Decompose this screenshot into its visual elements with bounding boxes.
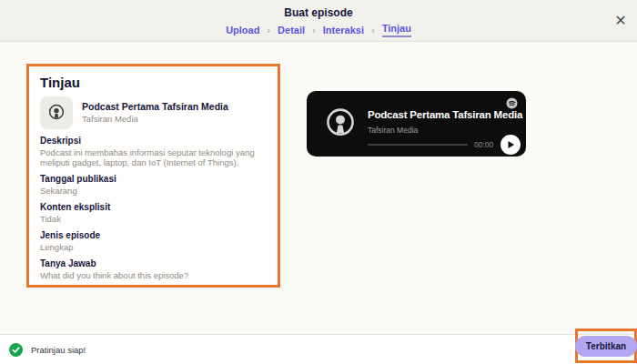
- field-value: What did you think about this episode?: [40, 270, 267, 280]
- page-title: Buat episode: [0, 6, 637, 19]
- player-progress-bar[interactable]: [368, 144, 468, 146]
- status-text: Pratinjau siap!: [31, 345, 86, 355]
- podcast-artwork: [40, 96, 73, 129]
- check-circle-icon: [9, 343, 23, 357]
- player-episode-title: Podcast Pertama Tafsiran Media: [368, 109, 522, 120]
- podcast-meta: Podcast Pertama Tafsiran Media Tafsiran …: [82, 101, 228, 125]
- episode-player-preview: Podcast Pertama Tafsiran Media Tafsiran …: [307, 91, 526, 157]
- review-field-tanggal-publikasi: Tanggal publikasi Sekarang: [40, 174, 267, 196]
- review-field-konten-eksplisit: Konten eksplisit Tidak: [40, 202, 267, 224]
- breadcrumb-interaksi[interactable]: Interaksi: [323, 25, 364, 35]
- publish-highlight-box: Terbitkan: [575, 329, 637, 363]
- review-panel: Tinjau Podcast Pertama Tafsiran Media Ta…: [26, 64, 280, 288]
- breadcrumb-detail[interactable]: Detail: [278, 25, 305, 35]
- review-field-tanya-jawab: Tanya Jawab What did you think about thi…: [40, 258, 267, 280]
- podcast-author: Tafsiran Media: [82, 114, 228, 125]
- player-elapsed-time: 00:00: [474, 140, 493, 149]
- breadcrumb-tinjau-active[interactable]: Tinjau: [382, 23, 411, 37]
- field-label: Konten eksplisit: [40, 202, 267, 212]
- chevron-separator-icon: ›: [267, 25, 270, 35]
- close-icon[interactable]: ✕: [612, 12, 630, 30]
- field-value: Podcast ini membahas informasi seputar t…: [40, 147, 267, 167]
- field-label: Jenis episode: [40, 230, 267, 240]
- field-label: Deskripsi: [40, 136, 267, 146]
- chevron-separator-icon: ›: [371, 25, 375, 35]
- play-button[interactable]: [500, 135, 521, 155]
- field-value: Sekarang: [40, 186, 267, 196]
- breadcrumb: Upload › Detail › Interaksi › Tinjau: [0, 23, 637, 37]
- review-field-jenis-episode: Jenis episode Lengkap: [40, 230, 267, 252]
- footer-bar: Pratinjau siap!: [0, 334, 637, 364]
- breadcrumb-upload[interactable]: Upload: [226, 25, 259, 35]
- preview-status: Pratinjau siap!: [9, 343, 86, 357]
- review-heading: Tinjau: [40, 75, 267, 90]
- field-label: Tanggal publikasi: [40, 174, 267, 184]
- podcast-title: Podcast Pertama Tafsiran Media: [82, 101, 228, 113]
- field-label: Ketersediaan episode: [40, 287, 267, 288]
- player-podcast-mic-icon: [320, 104, 360, 144]
- chevron-separator-icon: ›: [312, 25, 316, 35]
- field-value: Lengkap: [40, 242, 267, 252]
- publish-button[interactable]: Terbitkan: [575, 336, 637, 357]
- play-icon: [506, 140, 515, 149]
- field-value: Tidak: [40, 214, 267, 224]
- spotify-logo-icon: [506, 97, 518, 109]
- review-field-deskripsi: Deskripsi Podcast ini membahas informasi…: [40, 136, 267, 167]
- modal-header: Buat episode Upload › Detail › Interaksi…: [0, 0, 637, 42]
- field-label: Tanya Jawab: [40, 258, 267, 268]
- review-field-ketersediaan-episode: Ketersediaan episode Semua orang: [40, 287, 267, 288]
- podcast-mic-icon: [46, 102, 67, 124]
- player-author: Tafsiran Media: [368, 126, 418, 135]
- podcast-summary-row: Podcast Pertama Tafsiran Media Tafsiran …: [40, 96, 267, 129]
